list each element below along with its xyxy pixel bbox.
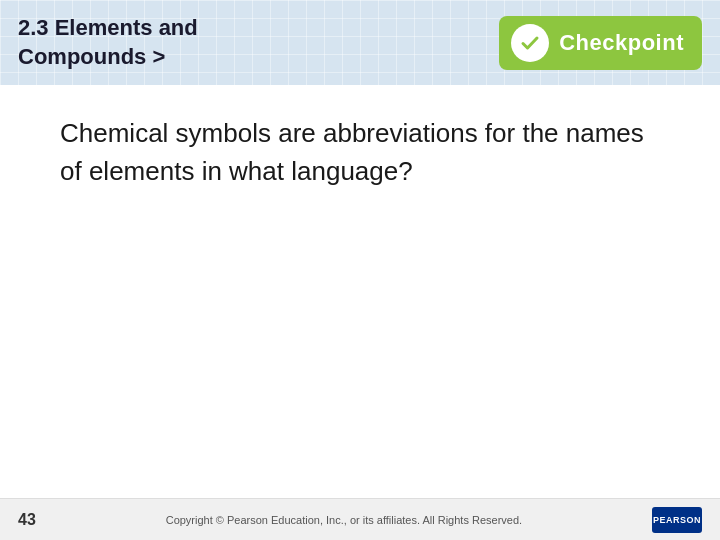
pearson-logo-container: PEARSON xyxy=(652,507,702,533)
checkmark-icon xyxy=(518,31,542,55)
header-area: 2.3 Elements and Compounds > Checkpoint xyxy=(0,0,720,85)
title-line2: Compounds > xyxy=(18,44,165,69)
page-title: 2.3 Elements and Compounds > xyxy=(18,14,198,71)
footer: 43 Copyright © Pearson Education, Inc., … xyxy=(0,498,720,540)
page-number: 43 xyxy=(18,511,36,529)
checkpoint-badge: Checkpoint xyxy=(499,16,702,70)
main-content: Chemical symbols are abbreviations for t… xyxy=(0,85,720,498)
checkpoint-check-circle xyxy=(511,24,549,62)
title-line1: 2.3 Elements and xyxy=(18,15,198,40)
page-container: 2.3 Elements and Compounds > Checkpoint … xyxy=(0,0,720,540)
checkpoint-label: Checkpoint xyxy=(559,30,684,56)
pearson-logo: PEARSON xyxy=(652,507,702,533)
pearson-logo-text: PEARSON xyxy=(653,515,701,525)
copyright-text: Copyright © Pearson Education, Inc., or … xyxy=(166,514,522,526)
question-text: Chemical symbols are abbreviations for t… xyxy=(60,115,660,190)
